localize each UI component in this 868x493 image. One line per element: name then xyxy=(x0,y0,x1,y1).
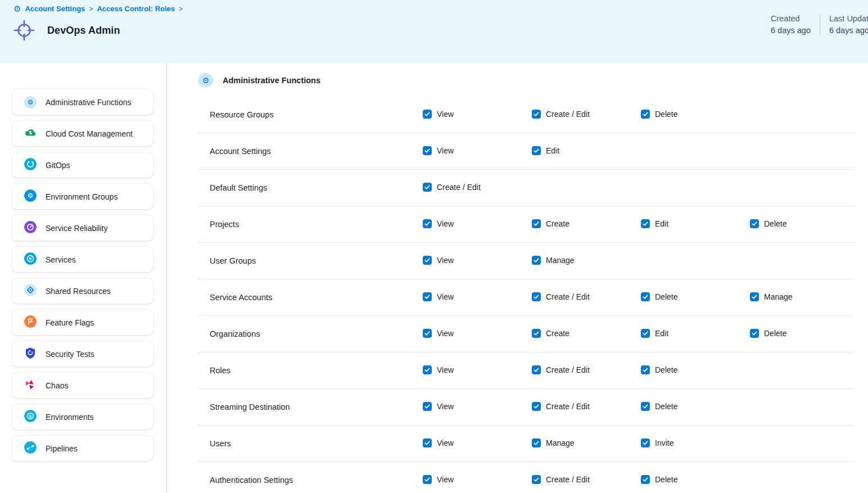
pipelines-icon xyxy=(24,441,37,456)
sidebar-item-chaos[interactable]: Chaos xyxy=(12,373,153,398)
shield-icon xyxy=(24,347,37,361)
checkbox-checked[interactable] xyxy=(423,402,432,411)
checkbox-checked[interactable] xyxy=(423,292,432,301)
permission-row-organizations: Organizations View Create Edit Delete xyxy=(198,316,855,352)
permission-label: View xyxy=(437,146,454,155)
sidebar-item-label: Administrative Functions xyxy=(46,98,132,107)
permission-label: Create / Edit xyxy=(546,292,590,301)
checkbox-checked[interactable] xyxy=(641,292,650,301)
sidebar-item-service-reliability[interactable]: Service Reliability xyxy=(12,215,153,241)
permission-streaming-destination-view: View xyxy=(423,402,454,411)
permission-label: View xyxy=(437,402,454,411)
permissions-panel: ⚙ Administrative Functions Resource Grou… xyxy=(167,63,868,493)
sidebar-item-cloud-cost-management[interactable]: $ Cloud Cost Management xyxy=(12,121,153,146)
sidebar-item-label: Security Tests xyxy=(46,350,94,359)
checkbox-checked[interactable] xyxy=(641,438,650,447)
checkbox-checked[interactable] xyxy=(532,365,541,374)
permissions-table: Resource Groups View Create / Edit Delet… xyxy=(198,97,855,493)
permission-organizations-create: Create xyxy=(532,329,569,338)
sidebar-item-administrative-functions[interactable]: ⚙ Administrative Functions xyxy=(12,89,153,115)
checkbox-checked[interactable] xyxy=(532,438,541,447)
permission-label: Create / Edit xyxy=(546,365,590,374)
permission-roles-create-edit: Create / Edit xyxy=(532,365,590,374)
breadcrumb-link-account-settings[interactable]: Account Settings xyxy=(25,4,85,13)
svg-text:⚙: ⚙ xyxy=(28,192,34,200)
chaos-icon xyxy=(24,378,37,393)
checkbox-checked[interactable] xyxy=(423,219,432,228)
permission-service-accounts-create-edit: Create / Edit xyxy=(532,292,590,301)
sidebar-item-services[interactable]: Services xyxy=(12,247,153,272)
page-body: ⚙ Administrative Functions $ Cloud Cost … xyxy=(0,63,868,493)
checkbox-checked[interactable] xyxy=(641,475,650,484)
gear-icon: ⚙ xyxy=(24,96,37,108)
permission-row-account-settings: Account Settings View Edit xyxy=(198,133,855,170)
permission-users-view: View xyxy=(423,438,454,447)
resource-label: Organizations xyxy=(210,329,423,338)
gear-icon: ⚙ xyxy=(198,73,213,88)
permission-projects-view: View xyxy=(423,219,454,228)
environment-groups-icon: ⚙ xyxy=(24,189,37,204)
sidebar-item-label: Environments xyxy=(46,413,94,422)
checkbox-checked[interactable] xyxy=(423,183,432,192)
permission-label: Create / Edit xyxy=(546,475,590,484)
resource-label: Users xyxy=(210,439,423,448)
resource-label: User Groups xyxy=(210,256,423,265)
last-updated-label: Last Updated xyxy=(829,14,868,23)
checkbox-checked[interactable] xyxy=(750,292,759,301)
checkbox-checked[interactable] xyxy=(532,219,541,228)
checkbox-checked[interactable] xyxy=(532,292,541,301)
breadcrumb-link-access-control-roles[interactable]: Access Control: Roles xyxy=(97,4,175,13)
sidebar-item-environment-groups[interactable]: ⚙ Environment Groups xyxy=(12,184,153,209)
sidebar-item-shared-resources[interactable]: Shared Resources xyxy=(12,278,153,304)
permission-label: Manage xyxy=(764,292,793,301)
created-meta: Created 6 days ago xyxy=(771,14,811,35)
permission-resource-groups-view: View xyxy=(423,110,454,119)
checkbox-checked[interactable] xyxy=(750,219,759,228)
checkbox-checked[interactable] xyxy=(641,219,650,228)
sidebar-item-gitops[interactable]: GitOps xyxy=(12,152,153,178)
permission-row-resource-groups: Resource Groups View Create / Edit Delet… xyxy=(198,97,855,133)
checkbox-checked[interactable] xyxy=(532,256,541,265)
checkbox-checked[interactable] xyxy=(423,256,432,265)
permission-label: Delete xyxy=(655,475,677,484)
checkbox-checked[interactable] xyxy=(423,475,432,484)
permission-label: Edit xyxy=(655,329,668,338)
checkbox-checked[interactable] xyxy=(641,402,650,411)
sidebar-item-pipelines[interactable]: Pipelines xyxy=(12,436,153,461)
permission-label: View xyxy=(437,438,454,447)
resource-label: Roles xyxy=(210,366,423,375)
permission-label: View xyxy=(437,365,454,374)
shared-resources-icon xyxy=(24,284,37,298)
meta-divider xyxy=(820,14,820,35)
sidebar-item-feature-flags[interactable]: Feature Flags xyxy=(12,310,153,335)
sidebar-item-security-tests[interactable]: Security Tests xyxy=(12,341,153,367)
breadcrumb-separator: > xyxy=(89,5,93,13)
section-header: ⚙ Administrative Functions xyxy=(198,64,868,97)
checkbox-checked[interactable] xyxy=(641,110,650,119)
sidebar-item-environments[interactable]: $ Environments xyxy=(12,404,153,429)
svg-text:$: $ xyxy=(29,414,32,419)
checkbox-checked[interactable] xyxy=(641,365,650,374)
checkbox-checked[interactable] xyxy=(423,365,432,374)
service-reliability-icon xyxy=(24,221,37,236)
checkbox-checked[interactable] xyxy=(532,146,541,155)
checkbox-checked[interactable] xyxy=(423,438,432,447)
checkbox-checked[interactable] xyxy=(532,402,541,411)
permission-users-manage: Manage xyxy=(532,438,575,447)
sidebar-item-label: Shared Resources xyxy=(46,287,111,296)
permission-label: View xyxy=(437,110,454,119)
checkbox-checked[interactable] xyxy=(423,110,432,119)
permission-label: Create / Edit xyxy=(546,402,590,411)
checkbox-checked[interactable] xyxy=(750,329,759,338)
checkbox-checked[interactable] xyxy=(423,146,432,155)
permission-label: Manage xyxy=(546,438,575,447)
checkbox-checked[interactable] xyxy=(423,329,432,338)
checkbox-checked[interactable] xyxy=(532,329,541,338)
checkbox-checked[interactable] xyxy=(532,110,541,119)
checkbox-checked[interactable] xyxy=(532,475,541,484)
sidebar-item-label: Cloud Cost Management xyxy=(46,129,133,138)
checkbox-checked[interactable] xyxy=(641,329,650,338)
permission-account-settings-edit: Edit xyxy=(532,146,559,155)
sidebar-item-label: GitOps xyxy=(46,161,70,170)
permission-row-users: Users View Manage Invite xyxy=(198,426,855,462)
